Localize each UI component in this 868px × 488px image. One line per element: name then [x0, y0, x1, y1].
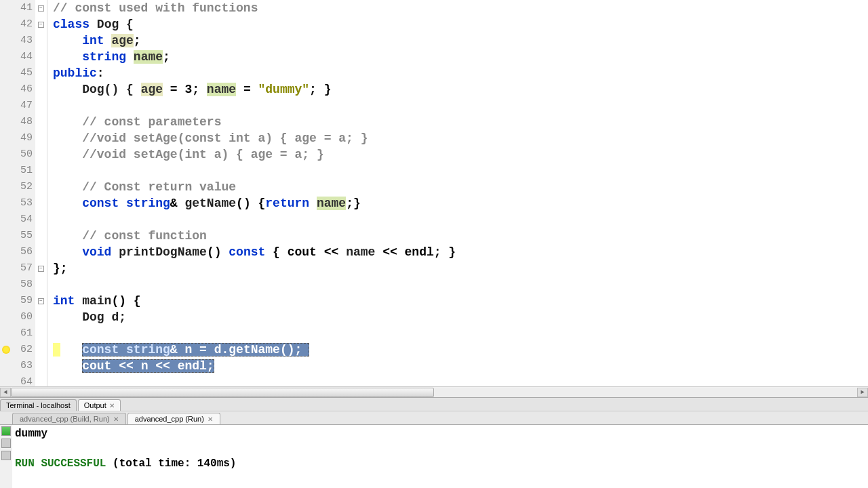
tab-label: advanced_cpp (Build, Run) — [20, 415, 110, 423]
tab-build-run[interactable]: advanced_cpp (Build, Run) ✕ — [12, 413, 126, 424]
scroll-track[interactable] — [11, 388, 857, 397]
output-toolbar — [0, 425, 12, 488]
close-icon[interactable]: ✕ — [109, 402, 115, 409]
scroll-thumb[interactable] — [11, 388, 434, 397]
tab-label: Terminal - localhost — [6, 401, 71, 409]
rerun-icon[interactable] — [1, 426, 11, 436]
code-editor[interactable]: 4142434445464748495051525354555657585960… — [0, 0, 868, 386]
run-success-text: RUN SUCCESSFUL — [15, 458, 113, 470]
output-line: dummy — [15, 428, 47, 440]
tab-label: Output — [84, 401, 106, 409]
code-content[interactable]: // const used with functionsclass Dog { … — [47, 0, 868, 386]
run-time-text: (total time: 140ms) — [113, 458, 236, 470]
close-icon[interactable]: ✕ — [113, 415, 119, 423]
tab-output[interactable]: Output ✕ — [78, 399, 121, 411]
horizontal-scrollbar[interactable]: ◄ ► — [0, 386, 868, 397]
tab-label: advanced_cpp (Run) — [135, 415, 204, 423]
tool-icon[interactable] — [1, 451, 11, 460]
line-number-gutter: 4142434445464748495051525354555657585960… — [12, 0, 35, 386]
output-panel: dummy RUN SUCCESSFUL (total time: 140ms) — [0, 424, 868, 488]
scroll-right-icon[interactable]: ► — [857, 388, 868, 397]
fold-gutter[interactable]: −−−− — [35, 0, 47, 386]
close-icon[interactable]: ✕ — [208, 415, 213, 423]
bottom-panel-tabs: Terminal - localhost Output ✕ — [0, 397, 868, 411]
tab-terminal[interactable]: Terminal - localhost — [0, 399, 77, 411]
scroll-left-icon[interactable]: ◄ — [0, 388, 11, 397]
output-text[interactable]: dummy RUN SUCCESSFUL (total time: 140ms) — [12, 425, 868, 488]
tab-run[interactable]: advanced_cpp (Run) ✕ — [127, 413, 220, 424]
stop-icon[interactable] — [1, 439, 11, 448]
icon-gutter — [0, 0, 12, 386]
output-sub-tabs: advanced_cpp (Build, Run) ✕ advanced_cpp… — [0, 411, 868, 424]
